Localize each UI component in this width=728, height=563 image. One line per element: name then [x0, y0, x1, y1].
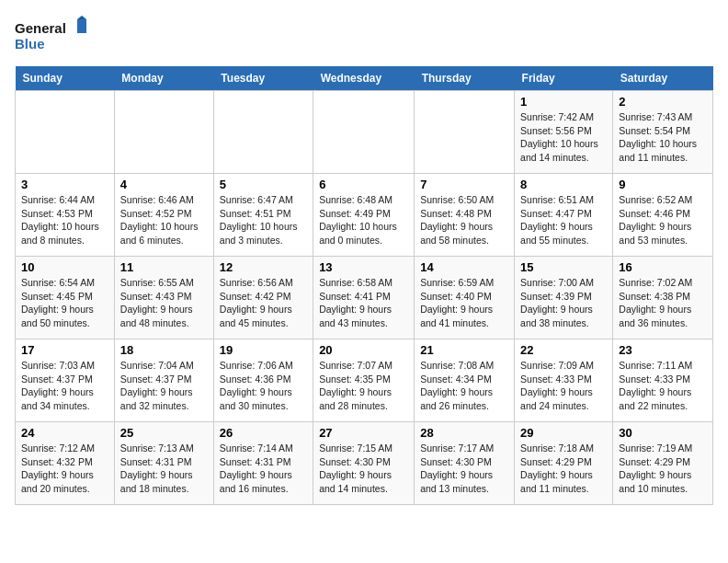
- day-number: 21: [420, 343, 508, 357]
- calendar-cell: [313, 91, 415, 174]
- column-header-saturday: Saturday: [613, 66, 713, 91]
- calendar-cell: 22Sunrise: 7:09 AM Sunset: 4:33 PM Dayli…: [515, 339, 613, 422]
- calendar-cell: 28Sunrise: 7:17 AM Sunset: 4:30 PM Dayli…: [415, 422, 515, 505]
- day-number: 22: [520, 343, 607, 357]
- column-header-thursday: Thursday: [415, 66, 515, 91]
- calendar-week-row: 3Sunrise: 6:44 AM Sunset: 4:53 PM Daylig…: [16, 174, 713, 257]
- logo-svg: General Blue: [15, 15, 88, 55]
- day-info: Sunrise: 7:11 AM Sunset: 4:33 PM Dayligh…: [619, 359, 707, 413]
- day-number: 19: [220, 343, 307, 357]
- day-number: 26: [220, 426, 307, 440]
- day-number: 17: [21, 343, 108, 357]
- day-number: 10: [21, 260, 108, 274]
- calendar-cell: 23Sunrise: 7:11 AM Sunset: 4:33 PM Dayli…: [613, 339, 713, 422]
- calendar-cell: 16Sunrise: 7:02 AM Sunset: 4:38 PM Dayli…: [613, 257, 713, 339]
- day-info: Sunrise: 6:52 AM Sunset: 4:46 PM Dayligh…: [619, 193, 707, 247]
- svg-marker-2: [77, 19, 86, 33]
- day-number: 23: [619, 343, 707, 357]
- calendar-cell: 26Sunrise: 7:14 AM Sunset: 4:31 PM Dayli…: [213, 422, 313, 505]
- calendar-cell: 1Sunrise: 7:42 AM Sunset: 5:56 PM Daylig…: [515, 91, 613, 174]
- calendar-cell: 7Sunrise: 6:50 AM Sunset: 4:48 PM Daylig…: [415, 174, 515, 257]
- day-info: Sunrise: 7:04 AM Sunset: 4:37 PM Dayligh…: [120, 359, 208, 413]
- day-info: Sunrise: 7:09 AM Sunset: 4:33 PM Dayligh…: [520, 359, 607, 413]
- calendar-cell: 4Sunrise: 6:46 AM Sunset: 4:52 PM Daylig…: [114, 174, 213, 257]
- day-info: Sunrise: 7:13 AM Sunset: 4:31 PM Dayligh…: [120, 442, 208, 496]
- day-info: Sunrise: 6:46 AM Sunset: 4:52 PM Dayligh…: [120, 193, 208, 247]
- column-header-friday: Friday: [515, 66, 613, 91]
- calendar-cell: 6Sunrise: 6:48 AM Sunset: 4:49 PM Daylig…: [313, 174, 415, 257]
- day-info: Sunrise: 7:19 AM Sunset: 4:29 PM Dayligh…: [619, 442, 707, 496]
- day-number: 12: [220, 260, 307, 274]
- calendar-header-row: SundayMondayTuesdayWednesdayThursdayFrid…: [16, 66, 713, 91]
- day-number: 13: [319, 260, 408, 274]
- day-info: Sunrise: 6:48 AM Sunset: 4:49 PM Dayligh…: [319, 193, 408, 247]
- calendar-cell: 14Sunrise: 6:59 AM Sunset: 4:40 PM Dayli…: [415, 257, 515, 339]
- day-number: 11: [120, 260, 208, 274]
- day-info: Sunrise: 7:07 AM Sunset: 4:35 PM Dayligh…: [319, 359, 408, 413]
- day-number: 8: [520, 178, 607, 191]
- column-header-sunday: Sunday: [16, 66, 115, 91]
- svg-text:Blue: Blue: [15, 36, 45, 52]
- calendar-cell: 8Sunrise: 6:51 AM Sunset: 4:47 PM Daylig…: [515, 174, 613, 257]
- day-info: Sunrise: 6:47 AM Sunset: 4:51 PM Dayligh…: [220, 193, 307, 247]
- day-number: 6: [319, 178, 408, 191]
- calendar-cell: 29Sunrise: 7:18 AM Sunset: 4:29 PM Dayli…: [515, 422, 613, 505]
- calendar-cell: 2Sunrise: 7:43 AM Sunset: 5:54 PM Daylig…: [613, 91, 713, 174]
- day-info: Sunrise: 7:00 AM Sunset: 4:39 PM Dayligh…: [520, 276, 607, 330]
- day-info: Sunrise: 7:14 AM Sunset: 4:31 PM Dayligh…: [220, 442, 307, 496]
- calendar-cell: 21Sunrise: 7:08 AM Sunset: 4:34 PM Dayli…: [415, 339, 515, 422]
- calendar-cell: 30Sunrise: 7:19 AM Sunset: 4:29 PM Dayli…: [613, 422, 713, 505]
- calendar-cell: [213, 91, 313, 174]
- column-header-tuesday: Tuesday: [213, 66, 313, 91]
- column-header-wednesday: Wednesday: [313, 66, 415, 91]
- calendar-cell: 17Sunrise: 7:03 AM Sunset: 4:37 PM Dayli…: [16, 339, 115, 422]
- day-info: Sunrise: 7:06 AM Sunset: 4:36 PM Dayligh…: [220, 359, 307, 413]
- calendar-cell: 13Sunrise: 6:58 AM Sunset: 4:41 PM Dayli…: [313, 257, 415, 339]
- day-number: 7: [420, 178, 508, 191]
- day-number: 20: [319, 343, 408, 357]
- calendar-cell: 12Sunrise: 6:56 AM Sunset: 4:42 PM Dayli…: [213, 257, 313, 339]
- day-info: Sunrise: 7:12 AM Sunset: 4:32 PM Dayligh…: [21, 442, 108, 496]
- calendar-cell: 20Sunrise: 7:07 AM Sunset: 4:35 PM Dayli…: [313, 339, 415, 422]
- day-number: 24: [21, 426, 108, 440]
- day-info: Sunrise: 6:54 AM Sunset: 4:45 PM Dayligh…: [21, 276, 108, 330]
- calendar-cell: 15Sunrise: 7:00 AM Sunset: 4:39 PM Dayli…: [515, 257, 613, 339]
- calendar-cell: 5Sunrise: 6:47 AM Sunset: 4:51 PM Daylig…: [213, 174, 313, 257]
- day-info: Sunrise: 7:42 AM Sunset: 5:56 PM Dayligh…: [520, 110, 607, 165]
- day-number: 25: [120, 426, 208, 440]
- calendar-week-row: 10Sunrise: 6:54 AM Sunset: 4:45 PM Dayli…: [16, 257, 713, 339]
- day-number: 29: [520, 426, 607, 440]
- svg-text:General: General: [15, 20, 66, 36]
- day-info: Sunrise: 7:15 AM Sunset: 4:30 PM Dayligh…: [319, 442, 408, 496]
- logo: General Blue: [15, 15, 88, 55]
- day-info: Sunrise: 6:59 AM Sunset: 4:40 PM Dayligh…: [420, 276, 508, 330]
- day-info: Sunrise: 6:50 AM Sunset: 4:48 PM Dayligh…: [420, 193, 508, 247]
- calendar-cell: 24Sunrise: 7:12 AM Sunset: 4:32 PM Dayli…: [16, 422, 115, 505]
- day-number: 5: [220, 178, 307, 191]
- day-info: Sunrise: 7:03 AM Sunset: 4:37 PM Dayligh…: [21, 359, 108, 413]
- calendar-cell: 11Sunrise: 6:55 AM Sunset: 4:43 PM Dayli…: [114, 257, 213, 339]
- day-info: Sunrise: 7:08 AM Sunset: 4:34 PM Dayligh…: [420, 359, 508, 413]
- calendar-cell: 9Sunrise: 6:52 AM Sunset: 4:46 PM Daylig…: [613, 174, 713, 257]
- day-number: 16: [619, 260, 707, 274]
- day-number: 27: [319, 426, 408, 440]
- calendar-cell: [16, 91, 115, 174]
- day-info: Sunrise: 6:55 AM Sunset: 4:43 PM Dayligh…: [120, 276, 208, 330]
- day-number: 3: [21, 178, 108, 191]
- calendar-cell: 27Sunrise: 7:15 AM Sunset: 4:30 PM Dayli…: [313, 422, 415, 505]
- day-info: Sunrise: 6:56 AM Sunset: 4:42 PM Dayligh…: [220, 276, 307, 330]
- page-header: General Blue: [15, 15, 713, 55]
- calendar-cell: 10Sunrise: 6:54 AM Sunset: 4:45 PM Dayli…: [16, 257, 115, 339]
- day-info: Sunrise: 7:02 AM Sunset: 4:38 PM Dayligh…: [619, 276, 707, 330]
- day-info: Sunrise: 7:43 AM Sunset: 5:54 PM Dayligh…: [619, 110, 707, 165]
- day-number: 28: [420, 426, 508, 440]
- day-number: 15: [520, 260, 607, 274]
- day-number: 18: [120, 343, 208, 357]
- calendar-week-row: 17Sunrise: 7:03 AM Sunset: 4:37 PM Dayli…: [16, 339, 713, 422]
- day-info: Sunrise: 6:58 AM Sunset: 4:41 PM Dayligh…: [319, 276, 408, 330]
- calendar-cell: [415, 91, 515, 174]
- day-info: Sunrise: 7:18 AM Sunset: 4:29 PM Dayligh…: [520, 442, 607, 496]
- calendar-cell: 19Sunrise: 7:06 AM Sunset: 4:36 PM Dayli…: [213, 339, 313, 422]
- calendar-week-row: 24Sunrise: 7:12 AM Sunset: 4:32 PM Dayli…: [16, 422, 713, 505]
- day-number: 9: [619, 178, 707, 191]
